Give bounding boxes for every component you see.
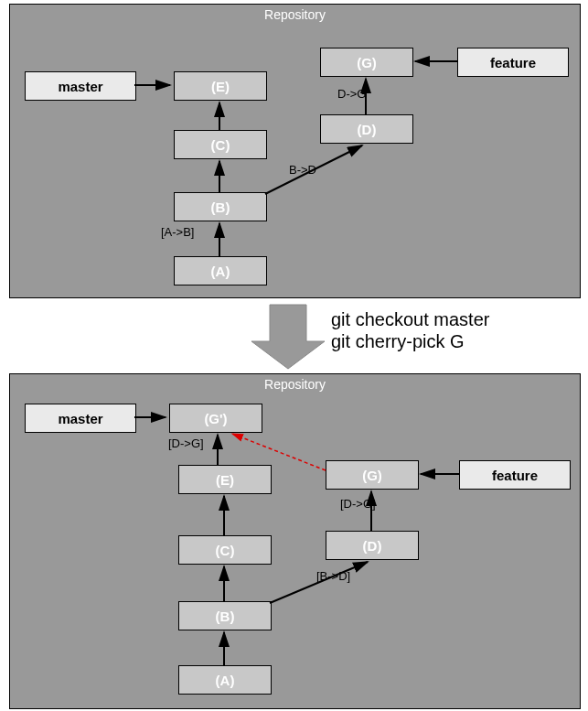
commit-label: (E): [216, 472, 234, 488]
edge-label-BD: [B->D]: [316, 569, 350, 583]
commit-label: (D): [358, 122, 377, 137]
commit-Gprime: (G'): [169, 404, 262, 433]
commit-A: (A): [174, 256, 267, 285]
commit-E: (E): [178, 465, 272, 494]
edge-label-DG: [D->G]: [340, 497, 376, 511]
commit-B: (B): [178, 601, 272, 630]
branch-label: feature: [492, 468, 538, 483]
diagram-canvas: Repository (A) (B) (C) (E) (D) (G) maste…: [0, 0, 588, 711]
commit-label: (D): [363, 538, 382, 554]
command-text-2: git cherry-pick G: [331, 331, 465, 352]
commit-E: (E): [174, 71, 267, 101]
branch-label: master: [58, 411, 102, 426]
branch-label: feature: [490, 55, 536, 70]
commit-G: (G): [320, 48, 413, 77]
commit-label: (G'): [204, 411, 227, 426]
commit-label: (C): [216, 543, 235, 558]
commit-C: (C): [174, 130, 267, 159]
commit-G: (G): [326, 460, 419, 490]
command-text-1: git checkout master: [331, 309, 489, 330]
commit-label: (A): [211, 264, 230, 279]
commit-label: (G): [362, 468, 382, 483]
commit-B: (B): [174, 192, 267, 221]
edge-label-DG-left: [D->G]: [168, 436, 204, 450]
commit-label: (G): [357, 55, 377, 70]
commit-label: (B): [216, 609, 235, 624]
repo-title: Repository: [264, 7, 326, 22]
branch-label: master: [58, 79, 102, 94]
commit-D: (D): [326, 531, 419, 560]
branch-feature: feature: [457, 48, 569, 77]
commit-A: (A): [178, 665, 272, 695]
edge-label-DG: D->G: [337, 87, 366, 101]
commit-label: (B): [211, 199, 230, 215]
branch-feature: feature: [459, 460, 571, 490]
commit-label: (C): [211, 137, 230, 153]
edge-label-BD: B->D: [289, 163, 316, 177]
branch-master: master: [25, 404, 136, 433]
branch-master: master: [25, 71, 136, 101]
commit-D: (D): [320, 114, 413, 144]
commit-C: (C): [178, 535, 272, 565]
commit-label: (A): [216, 673, 235, 688]
repo-title: Repository: [264, 377, 326, 392]
edge-label-AB: [A->B]: [161, 225, 195, 239]
commit-label: (E): [211, 79, 230, 94]
